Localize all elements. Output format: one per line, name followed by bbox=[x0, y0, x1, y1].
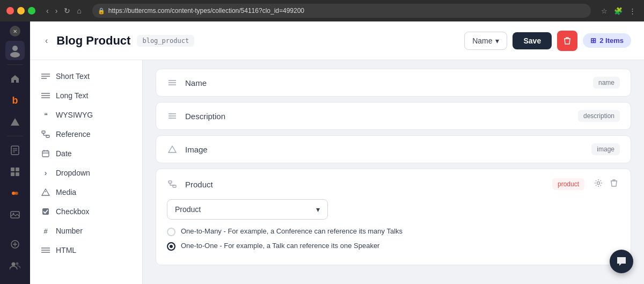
radio-one-to-many-label: One-to-Many - For example, a Conference … bbox=[181, 227, 402, 235]
svg-marker-47 bbox=[169, 146, 176, 152]
url-text: https://buttercms.com/content-types/coll… bbox=[108, 7, 586, 14]
field-delete-icon[interactable] bbox=[608, 177, 620, 192]
sidebar-icon-content[interactable]: b bbox=[5, 91, 25, 110]
back-button[interactable]: ‹ bbox=[43, 34, 50, 48]
sidebar-icon-avatar[interactable] bbox=[5, 41, 25, 60]
field-slug-badge-name: name bbox=[593, 77, 620, 89]
back-nav-button[interactable]: ‹ bbox=[44, 5, 51, 16]
svg-rect-8 bbox=[16, 168, 19, 171]
field-item-number[interactable]: # Number bbox=[30, 221, 142, 241]
field-name-input-product[interactable] bbox=[185, 180, 545, 189]
slug-badge: blog_product bbox=[137, 35, 194, 47]
radio-circle-one-to-one[interactable] bbox=[167, 242, 175, 251]
field-row-drag-icon-name[interactable] bbox=[167, 79, 178, 86]
window-controls[interactable] bbox=[6, 7, 35, 14]
svg-rect-27 bbox=[42, 131, 45, 133]
svg-point-36 bbox=[45, 191, 46, 192]
radio-circle-one-to-many[interactable] bbox=[167, 228, 175, 236]
field-row-drag-icon-image[interactable] bbox=[167, 145, 178, 153]
field-item-date[interactable]: Date bbox=[30, 144, 142, 163]
svg-point-52 bbox=[597, 182, 600, 185]
svg-point-19 bbox=[12, 263, 16, 266]
sidebar-icon-home[interactable] bbox=[5, 69, 25, 89]
field-label-short-text: Short Text bbox=[56, 72, 90, 81]
reload-button[interactable]: ↻ bbox=[62, 5, 72, 16]
sidebar-icon-image[interactable] bbox=[5, 205, 25, 224]
field-slug-badge-product: product bbox=[552, 178, 584, 190]
field-item-checkbox[interactable]: Checkbox bbox=[30, 202, 142, 221]
app-container: ✕ b bbox=[0, 21, 644, 284]
save-button[interactable]: Save bbox=[513, 32, 552, 49]
field-label-date: Date bbox=[56, 149, 72, 158]
field-slug-badge-image: image bbox=[591, 143, 620, 155]
media-icon bbox=[41, 188, 50, 196]
chat-widget[interactable] bbox=[610, 250, 633, 273]
field-name-input-image[interactable] bbox=[185, 145, 584, 154]
sidebar-icon-users[interactable] bbox=[5, 256, 25, 275]
dropdown-icon: › bbox=[41, 169, 50, 177]
field-label-checkbox: Checkbox bbox=[56, 207, 89, 216]
name-dropdown[interactable]: Name ▾ bbox=[464, 32, 507, 50]
sidebar-icon-media[interactable] bbox=[5, 112, 25, 132]
extensions-button[interactable]: 🧩 bbox=[612, 5, 624, 17]
sidebar-icon-api[interactable] bbox=[5, 184, 25, 203]
radio-one-to-one[interactable]: One-to-One - For example, a Talk can ref… bbox=[167, 242, 620, 251]
sidebar-icon-grid[interactable] bbox=[5, 162, 25, 181]
field-item-html[interactable]: HTML bbox=[30, 241, 142, 260]
svg-rect-10 bbox=[16, 172, 19, 176]
sidebar-toggle-button[interactable]: ✕ bbox=[10, 26, 20, 37]
field-row-description: description bbox=[156, 102, 631, 130]
svg-rect-9 bbox=[11, 172, 14, 176]
forward-nav-button[interactable]: › bbox=[53, 5, 60, 16]
svg-rect-37 bbox=[42, 208, 49, 215]
maximize-window-button[interactable] bbox=[28, 7, 35, 14]
delete-button[interactable] bbox=[557, 31, 577, 51]
radio-one-to-many[interactable]: One-to-Many - For example, a Conference … bbox=[167, 227, 620, 236]
name-dropdown-label: Name bbox=[472, 37, 492, 45]
long-text-icon bbox=[41, 92, 50, 99]
sidebar-bottom bbox=[5, 232, 25, 280]
field-item-long-text[interactable]: Long Text bbox=[30, 86, 142, 105]
field-name-input-name[interactable] bbox=[185, 78, 586, 88]
sidebar-icon-pages[interactable] bbox=[5, 141, 25, 160]
svg-point-13 bbox=[13, 192, 17, 195]
checkbox-icon bbox=[41, 208, 50, 215]
field-item-short-text[interactable]: Short Text bbox=[30, 67, 142, 86]
browser-actions: ☆ 🧩 ⋮ bbox=[599, 5, 638, 17]
svg-point-20 bbox=[16, 263, 19, 265]
short-text-icon bbox=[41, 73, 50, 79]
fields-editor: name description bbox=[143, 60, 644, 284]
sidebar-dark: ✕ b bbox=[0, 21, 30, 284]
product-type-dropdown[interactable]: Product ▾ bbox=[167, 199, 328, 220]
field-item-dropdown[interactable]: › Dropdown bbox=[30, 163, 142, 183]
page-title: Blog Product bbox=[56, 34, 130, 48]
svg-point-1 bbox=[10, 52, 20, 57]
field-item-reference[interactable]: Reference bbox=[30, 125, 142, 144]
product-type-dropdown-label: Product bbox=[175, 205, 201, 214]
svg-rect-48 bbox=[169, 181, 172, 183]
wysiwyg-icon: ❝ bbox=[41, 111, 50, 119]
chevron-down-icon: ▾ bbox=[495, 37, 499, 45]
field-row-product: product bbox=[156, 169, 631, 265]
field-row-header-product: product bbox=[156, 169, 631, 199]
field-label-dropdown: Dropdown bbox=[56, 169, 90, 177]
field-settings-icon[interactable] bbox=[592, 177, 605, 192]
svg-rect-31 bbox=[42, 151, 49, 157]
field-row-drag-icon-product[interactable] bbox=[167, 180, 178, 188]
field-item-wysiwyg[interactable]: ❝ WYSIWYG bbox=[30, 105, 142, 125]
bookmark-button[interactable]: ☆ bbox=[599, 5, 609, 17]
items-count-text: 2 Items bbox=[599, 37, 624, 45]
field-row-drag-icon-description[interactable] bbox=[167, 113, 178, 119]
menu-button[interactable]: ⋮ bbox=[627, 5, 638, 17]
field-row-image: image bbox=[156, 135, 631, 163]
field-item-media[interactable]: Media bbox=[30, 183, 142, 202]
home-button[interactable]: ⌂ bbox=[75, 5, 83, 16]
field-name-input-description[interactable] bbox=[185, 112, 570, 121]
sidebar-icon-add[interactable] bbox=[5, 235, 25, 254]
minimize-window-button[interactable] bbox=[17, 7, 25, 14]
reference-icon bbox=[41, 130, 50, 138]
radio-one-to-one-label: One-to-One - For example, a Talk can ref… bbox=[181, 242, 379, 250]
close-window-button[interactable] bbox=[6, 7, 14, 14]
field-label-reference: Reference bbox=[56, 130, 91, 139]
svg-rect-7 bbox=[11, 168, 14, 171]
